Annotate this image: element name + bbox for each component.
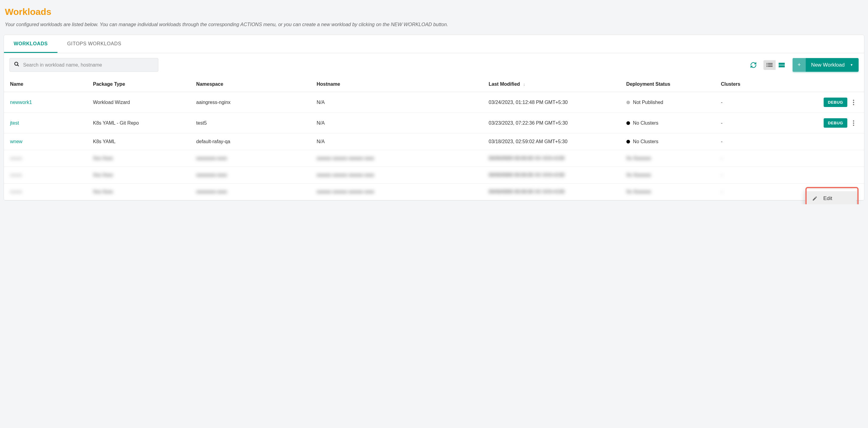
sort-desc-icon: ↓ xyxy=(523,82,525,87)
col-deployment-status[interactable]: Deployment Status xyxy=(623,77,718,92)
cell-last-modified: 03/23/2023, 07:22:36 PM GMT+5:30 xyxy=(486,113,623,133)
workloads-table: Name Package Type Namespace Hostname Las… xyxy=(4,77,864,200)
cell-hostname: N/A xyxy=(314,133,486,150)
table-row-blurred: xxxxxXxx Xxxxxxxxxxxx-xxxxxxxxxx xxxxxx … xyxy=(4,167,864,184)
col-last-modified[interactable]: Last Modified ↓ xyxy=(486,77,623,92)
actions-menu: Edit Delete Publish Unpublish xyxy=(805,189,856,204)
cell-actions: DEBUG xyxy=(773,98,861,107)
search-wrap[interactable] xyxy=(9,58,158,72)
plus-icon: + xyxy=(793,58,806,72)
svg-point-0 xyxy=(14,62,18,65)
status-dot-icon xyxy=(626,121,630,125)
menu-item-edit[interactable]: Edit xyxy=(805,191,856,204)
svg-point-12 xyxy=(853,104,854,105)
col-package-type[interactable]: Package Type xyxy=(90,77,193,92)
row-actions-menu-icon[interactable] xyxy=(853,100,854,105)
cell-clusters: - xyxy=(718,92,770,113)
svg-line-1 xyxy=(17,65,19,66)
chevron-down-icon: ▼ xyxy=(850,63,853,67)
page-description: Your configured workloads are listed bel… xyxy=(5,22,864,27)
row-actions-menu-icon[interactable] xyxy=(853,120,854,126)
cell-status: Not Published xyxy=(626,100,715,105)
svg-rect-2 xyxy=(767,63,767,64)
tab-workloads[interactable]: WORKLOADS xyxy=(4,35,57,53)
cell-namespace: default-rafay-qa xyxy=(193,133,314,150)
table-row-blurred: xxxxxXxx Xxxxxxxxxxxx-xxxxxxxxxx xxxxxx … xyxy=(4,184,864,200)
cell-package-type: K8s YAML - Git Repo xyxy=(90,113,193,133)
cell-clusters: - xyxy=(718,133,770,150)
cell-package-type: Workload Wizard xyxy=(90,92,193,113)
workload-name-link[interactable]: wnew xyxy=(10,139,23,144)
new-workload-button[interactable]: + New Workload ▼ xyxy=(793,58,859,72)
debug-button[interactable]: DEBUG xyxy=(824,118,847,128)
svg-rect-7 xyxy=(768,66,773,67)
svg-point-14 xyxy=(853,123,854,124)
table-row: wnewK8s YAMLdefault-rafay-qaN/A03/18/202… xyxy=(4,133,864,150)
cell-last-modified: 03/24/2023, 01:12:48 PM GMT+5:30 xyxy=(486,92,623,113)
pencil-icon xyxy=(812,196,818,201)
tabs-row: WORKLOADS GITOPS WORKLOADS xyxy=(4,35,864,53)
workload-name-link[interactable]: jtest xyxy=(10,120,19,126)
workloads-card: WORKLOADS GITOPS WORKLOADS + New Workloa… xyxy=(4,35,864,201)
svg-rect-8 xyxy=(779,63,785,65)
svg-point-11 xyxy=(853,102,854,103)
page-title: Workloads xyxy=(5,7,864,17)
svg-rect-9 xyxy=(779,65,785,67)
card-view-button[interactable] xyxy=(776,60,788,70)
view-toggle xyxy=(764,60,788,70)
col-namespace[interactable]: Namespace xyxy=(193,77,314,92)
new-workload-label: New Workload xyxy=(811,62,845,68)
menu-item-label: Edit xyxy=(823,195,832,202)
search-icon xyxy=(14,61,20,68)
svg-point-13 xyxy=(853,120,854,122)
toolbar: + New Workload ▼ xyxy=(4,53,864,77)
cell-actions: DEBUG xyxy=(773,118,861,128)
svg-rect-6 xyxy=(767,66,767,67)
refresh-button[interactable] xyxy=(748,60,758,70)
cell-hostname: N/A xyxy=(314,92,486,113)
svg-rect-4 xyxy=(767,64,767,65)
svg-rect-3 xyxy=(768,63,773,64)
debug-button[interactable]: DEBUG xyxy=(824,98,847,107)
cell-status: No Clusters xyxy=(626,139,715,144)
table-row: jtestK8s YAML - Git Repotest5N/A03/23/20… xyxy=(4,113,864,133)
svg-rect-5 xyxy=(768,64,773,65)
cell-hostname: N/A xyxy=(314,113,486,133)
table-row: newwork1Workload Wizardaaingress-nginxN/… xyxy=(4,92,864,113)
svg-point-15 xyxy=(853,125,854,126)
search-input[interactable] xyxy=(23,62,154,68)
cell-namespace: test5 xyxy=(193,113,314,133)
tab-gitops-workloads[interactable]: GITOPS WORKLOADS xyxy=(57,35,131,53)
cell-package-type: K8s YAML xyxy=(90,133,193,150)
status-dot-icon xyxy=(626,101,630,104)
list-view-button[interactable] xyxy=(764,60,776,70)
status-dot-icon xyxy=(626,140,630,144)
svg-point-10 xyxy=(853,100,854,101)
col-clusters[interactable]: Clusters xyxy=(718,77,770,92)
table-row-blurred: xxxxxXxx Xxxxxxxxxxxx-xxxxxxxxxx xxxxxx … xyxy=(4,150,864,167)
col-name[interactable]: Name xyxy=(4,77,90,92)
workload-name-link[interactable]: newwork1 xyxy=(10,100,32,105)
cell-status: No Clusters xyxy=(626,120,715,126)
cell-clusters: - xyxy=(718,113,770,133)
cell-namespace: aaingress-nginx xyxy=(193,92,314,113)
cell-last-modified: 03/18/2023, 02:59:02 AM GMT+5:30 xyxy=(486,133,623,150)
col-hostname[interactable]: Hostname xyxy=(314,77,486,92)
